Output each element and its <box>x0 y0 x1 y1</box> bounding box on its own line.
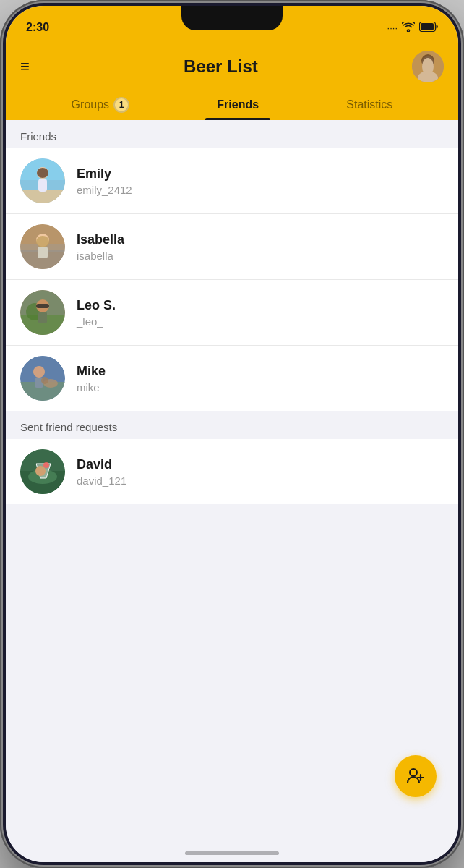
svg-rect-24 <box>36 304 49 308</box>
svg-point-38 <box>410 769 417 776</box>
screen: 2:30 ···· <box>6 6 458 862</box>
header-top: ≡ Beer List <box>20 51 444 90</box>
tabs-container: Groups 1 Friends Statistics <box>20 90 444 120</box>
list-item[interactable]: Isabella isabella <box>6 214 458 280</box>
sent-requests-list: David david_121 <box>6 439 458 504</box>
friend-info: Leo S. _leo_ <box>77 298 444 328</box>
friend-info: Emily emily_2412 <box>77 166 444 196</box>
list-item[interactable]: Emily emily_2412 <box>6 148 458 214</box>
friend-name: Isabella <box>77 232 444 247</box>
svg-rect-19 <box>38 247 48 258</box>
friend-info: David david_121 <box>77 457 444 487</box>
list-item[interactable]: Leo S. _leo_ <box>6 280 458 346</box>
add-person-icon <box>406 767 425 786</box>
friend-name: Emily <box>77 166 444 182</box>
status-icons: ···· <box>387 22 438 34</box>
svg-point-37 <box>35 466 46 476</box>
status-time: 2:30 <box>26 21 49 34</box>
avatar <box>20 356 65 401</box>
svg-point-36 <box>43 462 49 468</box>
wifi-icon <box>402 22 415 34</box>
friend-username: mike_ <box>77 381 444 393</box>
svg-rect-25 <box>38 312 47 323</box>
list-item[interactable]: David david_121 <box>6 439 458 504</box>
svg-rect-12 <box>38 179 47 192</box>
empty-space <box>6 504 458 663</box>
tab-statistics-label: Statistics <box>346 98 392 111</box>
friend-username: david_121 <box>77 475 444 487</box>
tab-statistics[interactable]: Statistics <box>335 90 404 120</box>
svg-rect-1 <box>421 23 434 30</box>
menu-button[interactable]: ≡ <box>20 59 30 75</box>
avatar <box>20 158 65 203</box>
friend-username: _leo_ <box>77 315 444 328</box>
tab-groups-label: Groups <box>72 98 109 111</box>
friends-section-header: Friends <box>6 120 458 148</box>
avatar <box>20 290 65 335</box>
home-indicator <box>185 851 279 855</box>
svg-point-31 <box>41 377 48 384</box>
tab-groups[interactable]: Groups 1 <box>60 90 141 120</box>
svg-point-6 <box>422 58 434 75</box>
svg-point-18 <box>36 236 49 247</box>
app-title: Beer List <box>184 56 258 77</box>
signal-icon: ···· <box>387 22 398 33</box>
battery-icon <box>419 22 438 34</box>
friend-info: Mike mike_ <box>77 364 444 393</box>
tab-friends-label: Friends <box>217 98 259 111</box>
friend-username: emily_2412 <box>77 184 444 196</box>
list-item[interactable]: Mike mike_ <box>6 346 458 411</box>
friend-name: Mike <box>77 364 444 379</box>
friend-name: David <box>77 457 444 472</box>
notch <box>181 6 283 30</box>
svg-point-13 <box>37 168 48 178</box>
friends-list: Emily emily_2412 <box>6 148 458 411</box>
content-area: Friends <box>6 120 458 833</box>
friend-username: isabella <box>77 250 444 262</box>
phone-frame: 2:30 ···· <box>0 0 464 868</box>
user-avatar[interactable] <box>412 51 444 82</box>
avatar <box>20 449 65 494</box>
header: ≡ Beer List <box>6 43 458 120</box>
friend-name: Leo S. <box>77 298 444 313</box>
bottom-bar <box>6 833 458 862</box>
groups-badge: 1 <box>113 97 129 113</box>
avatar <box>20 224 65 269</box>
tab-friends[interactable]: Friends <box>205 90 270 120</box>
svg-point-28 <box>33 366 45 378</box>
add-friend-button[interactable] <box>395 755 437 797</box>
sent-requests-section-header: Sent friend requests <box>6 411 458 439</box>
friend-info: Isabella isabella <box>77 232 444 262</box>
